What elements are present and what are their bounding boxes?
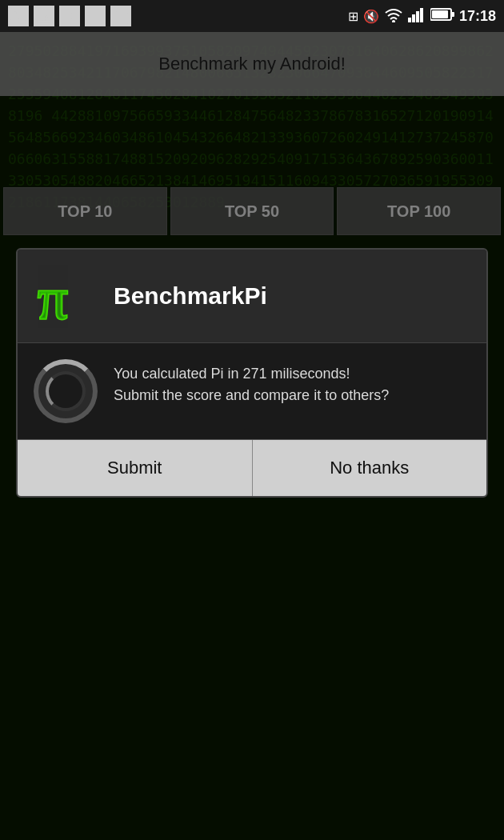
- store-icon: [110, 6, 131, 26]
- svg-marker-5: [88, 9, 95, 23]
- dialog-header: π π BenchmarkPi: [18, 250, 486, 343]
- grid-status-icon: ⊞: [348, 9, 358, 24]
- image-icon: [8, 6, 29, 26]
- status-icons-right: ⊞ 🔇 17:18: [348, 6, 496, 26]
- svg-rect-10: [408, 18, 411, 22]
- benchmark-dialog: π π BenchmarkPi You calculated Pi in 271…: [16, 248, 488, 498]
- play-icon: [59, 6, 80, 26]
- svg-rect-16: [432, 10, 448, 18]
- signal-icon: [408, 6, 426, 26]
- dialog-title: BenchmarkPi: [114, 282, 267, 310]
- svg-rect-8: [118, 17, 123, 20]
- pi-logo-icon: π π: [34, 264, 98, 328]
- svg-point-9: [392, 20, 395, 22]
- svg-marker-6: [95, 9, 102, 23]
- no-thanks-button[interactable]: No thanks: [253, 440, 487, 496]
- svg-rect-13: [420, 8, 423, 22]
- dialog-message: You calculated Pi in 271 miliseconds!Sub…: [114, 359, 389, 406]
- submit-button[interactable]: Submit: [18, 440, 253, 496]
- dialog-body: You calculated Pi in 271 miliseconds!Sub…: [18, 343, 486, 439]
- svg-rect-15: [451, 12, 454, 17]
- rewind-icon: [85, 6, 106, 26]
- status-time: 17:18: [459, 8, 496, 25]
- status-bar: ⊞ 🔇 17:18: [0, 0, 504, 32]
- status-icons-left: [8, 6, 131, 26]
- download-icon: [34, 6, 54, 26]
- spinner-icon: [34, 359, 98, 423]
- svg-rect-11: [412, 14, 415, 22]
- svg-point-1: [14, 11, 17, 14]
- svg-text:π: π: [38, 265, 68, 328]
- dialog-buttons: Submit No thanks: [18, 439, 486, 496]
- mute-icon: 🔇: [363, 9, 379, 24]
- wifi-icon: [384, 6, 403, 26]
- svg-rect-12: [416, 11, 419, 22]
- battery-icon: [430, 7, 454, 25]
- svg-marker-4: [65, 9, 76, 23]
